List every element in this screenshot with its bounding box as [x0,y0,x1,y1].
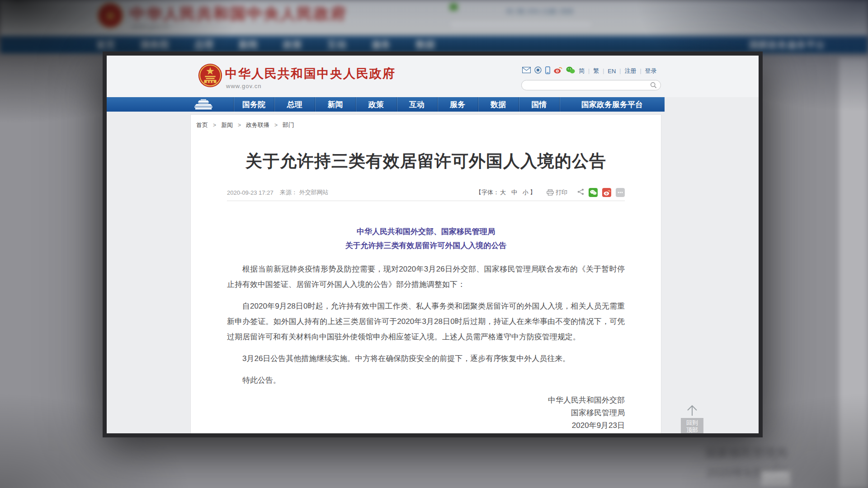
lang-simplified-link[interactable]: 简 [579,67,585,75]
breadcrumb-separator: > [274,122,278,128]
font-medium-button[interactable]: 中 [511,188,517,197]
bg-site-title: 中华人民共和国中央人民政府 [130,4,347,24]
back-to-top-button[interactable]: 回到 顶部 [681,404,703,433]
lang-english-link[interactable]: EN [608,68,616,75]
font-small-button[interactable]: 小 [523,188,528,197]
nav-item-zhengce[interactable]: 政策 [355,97,396,112]
mail-icon[interactable] [522,67,531,75]
nav-item-hudong[interactable]: 互动 [396,97,437,112]
back-to-top-label: 回到 顶部 [681,418,703,433]
source-link[interactable]: 外交部网站 [299,188,329,197]
source-label: 来源： [280,188,297,197]
bg-national-emblem-icon: ★ [98,3,123,28]
site-header: 中华人民共和国中央人民政府 www.gov.cn 简 [107,56,759,97]
weibo-share-icon[interactable] [602,188,611,197]
signature-line: 2020年9月23日 [227,419,625,432]
site-title: 中华人民共和国中央人民政府 [225,66,396,82]
bg-nav-item: 政策 [283,38,302,51]
link-separator: | [640,68,641,74]
document-heading-line2: 关于允许持三类有效居留许可外国人入境的公告 [227,239,625,253]
weibo-icon[interactable] [554,66,562,75]
mobile-icon[interactable] [545,66,550,76]
bg-right-margin [839,58,868,488]
bg-nav-item: 新闻 [239,38,258,51]
nav-item-guowuyuan[interactable]: 国务院 [233,97,274,112]
up-arrow-icon [685,404,699,416]
gov-site-window: 中华人民共和国中央人民政府 www.gov.cn 简 [103,52,763,437]
breadcrumb-current: 部门 [283,121,294,129]
publish-date: 2020-09-23 17:27 [227,189,274,196]
register-link[interactable]: 注册 [624,67,636,75]
site-url: www.gov.cn [226,83,261,89]
national-emblem-icon [198,63,222,89]
screen: ★ 中华人民共和国中央人民政府 www.gov.cn 简 | 繁 | EN | … [0,0,868,488]
article-panel: 首页 > 新闻 > 政务联播 > 部门 关于允许持三类有效居留许可外国人入境的公… [190,114,661,433]
bg-header-links: 简 | 繁 | EN | 注册 | 登录 [506,8,574,16]
print-button[interactable]: 打印 [547,188,567,197]
share-icon[interactable] [577,188,584,197]
article-signature: 中华人民共和国外交部 国家移民管理局 2020年9月23日 [227,394,625,432]
nav-item-shuju[interactable]: 数据 [478,97,519,112]
breadcrumb-separator: > [238,122,241,128]
bg-wechat-icon [450,4,458,10]
breadcrumb-separator: > [213,122,216,128]
header-toolbar: 简 | 繁 | EN | 注册 | 登录 [522,66,657,75]
more-share-icon[interactable] [616,188,625,197]
nav-home-button[interactable] [107,97,233,112]
article-paragraph: 特此公告。 [227,373,625,388]
article-paragraph: 根据当前新冠肺炎疫情形势及防控需要，现对2020年3月26日外交部、国家移民管理… [227,262,625,292]
bg-site-url: www.gov.cn [132,23,170,31]
printer-icon [547,189,554,196]
nav-item-fuwu[interactable]: 服务 [437,97,478,112]
breadcrumb: 首页 > 新闻 > 政务联播 > 部门 [191,115,661,129]
lang-traditional-link[interactable]: 繁 [593,67,599,75]
signature-line: 中华人民共和国外交部 [227,394,625,407]
bg-nav-item: 服务 [372,38,391,51]
back-to-top-line2: 顶部 [681,427,703,433]
page-title: 关于允许持三类有效居留许可外国人入境的公告 [227,150,625,173]
article-meta-row: 2020-09-23 17:27 来源： 外交部网站 【字体： 大 中 小 】 … [227,188,625,197]
bg-nav-item: 国务院 [141,38,169,51]
bg-back-to-top-label: 回到顶部 [761,471,791,486]
link-separator: | [603,68,604,74]
back-to-top-line1: 回到 [681,419,703,427]
bg-up-arrow-icon [775,457,777,469]
bg-nav-item: 互动 [327,38,346,51]
bg-search-box [448,19,593,30]
login-link[interactable]: 登录 [645,67,657,75]
nav-item-zhengwu-platform[interactable]: 国家政务服务平台 [559,97,665,112]
document-heading: 中华人民共和国外交部、国家移民管理局 关于允许持三类有效居留许可外国人入境的公告 [227,225,625,253]
bg-nav-item: 数据 [416,38,435,51]
document-heading-line1: 中华人民共和国外交部、国家移民管理局 [227,225,625,239]
search-icon[interactable] [650,82,657,89]
article-paragraph: 自2020年9月28日0时起，允许持有效中国工作类、私人事务类和团聚类居留许可的… [227,299,625,345]
wechat-icon[interactable] [566,66,575,75]
nav-bar: 国务院 总理 新闻 政策 互动 服务 数据 国情 国家政务服务平台 [107,97,665,112]
bg-nav-item: 总理 [194,38,213,51]
bg-nav-item: 首页 [96,38,115,51]
nav-item-guoqing[interactable]: 国情 [519,97,559,112]
article-paragraph: 3月26日公告其他措施继续实施。中方将在确保防疫安全的前提下，逐步有序恢复中外人… [227,351,625,366]
font-size-prefix: 【字体： [476,188,499,197]
breadcrumb-zhengwu[interactable]: 政务联播 [246,121,269,129]
wechat-share-icon[interactable] [589,188,598,197]
bg-nav-item-platform: 国家政务服务平台 [749,38,825,51]
link-separator: | [619,68,621,74]
signature-line: 国家移民管理局 [227,407,625,419]
nav-item-xinwen[interactable]: 新闻 [315,97,355,112]
font-large-button[interactable]: 大 [500,188,506,197]
bg-back-to-top: 回到顶部 [761,457,791,486]
tiananmen-icon [192,99,215,110]
meta-divider [227,201,625,201]
nav-item-zongli[interactable]: 总理 [274,97,315,112]
client-icon[interactable] [534,66,542,75]
search-input[interactable] [522,80,660,90]
font-size-suffix: 】 [530,188,536,197]
bg-site-header: ★ 中华人民共和国中央人民政府 www.gov.cn 简 | 繁 | EN | … [0,0,868,36]
bg-nav-bar: 首页 国务院 总理 新闻 政策 互动 服务 数据 国家政务服务平台 [0,36,868,53]
link-separator: | [588,68,590,74]
search-box [521,80,661,90]
breadcrumb-home[interactable]: 首页 [196,121,208,129]
print-label: 打印 [556,188,567,197]
breadcrumb-news[interactable]: 新闻 [221,121,233,129]
